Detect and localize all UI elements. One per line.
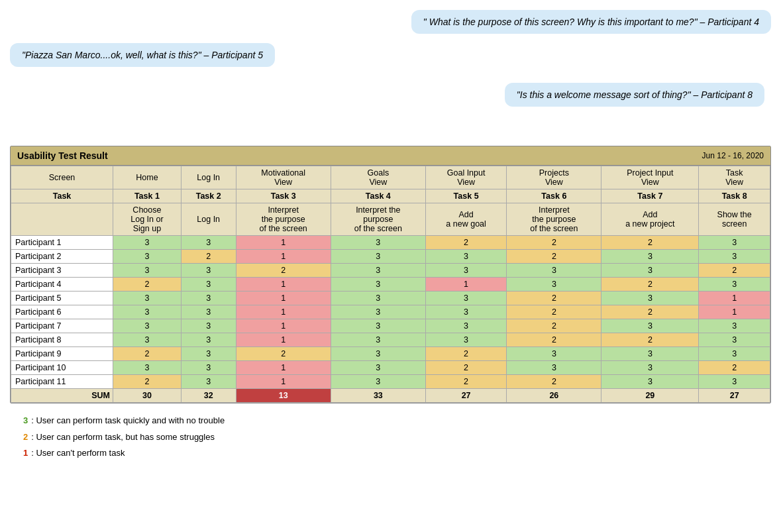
task-3: Task 3 xyxy=(236,189,331,203)
task-5: Task 5 xyxy=(425,189,506,203)
legend-text-2: : User can perform task, but has some st… xyxy=(31,429,215,446)
cell-value: 3 xyxy=(425,264,506,278)
sum-taskview: 27 xyxy=(699,389,770,403)
cell-value: 3 xyxy=(601,347,699,361)
cell-value: 2 xyxy=(507,375,601,389)
cell-value: 3 xyxy=(331,236,425,250)
cell-value: 3 xyxy=(699,375,770,389)
legend-num-3: 3 xyxy=(23,413,28,429)
cell-value: 1 xyxy=(236,305,331,319)
cell-value: 1 xyxy=(699,292,770,305)
cell-value: 1 xyxy=(236,319,331,333)
cell-value: 2 xyxy=(507,236,601,250)
cell-value: 3 xyxy=(181,264,236,278)
cell-value: 3 xyxy=(601,250,699,264)
table-body: Participant 133132223Participant 2321332… xyxy=(11,236,770,389)
cell-value: 3 xyxy=(331,319,425,333)
participant-name: Participant 9 xyxy=(11,347,113,361)
cell-value: 3 xyxy=(181,333,236,347)
cell-value: 3 xyxy=(113,236,182,250)
desc-motiv: Interpretthe purposeof the screen xyxy=(236,203,331,236)
task-8: Task 8 xyxy=(699,189,770,203)
legend-item-3: 3 : User can perform task quickly and wi… xyxy=(23,413,771,429)
task-4: Task 4 xyxy=(331,189,425,203)
cell-value: 3 xyxy=(699,236,770,250)
table-row: Participant 733133233 xyxy=(11,319,770,333)
cell-value: 2 xyxy=(425,347,506,361)
sum-login: 32 xyxy=(181,389,236,403)
table-row: Participant 133132223 xyxy=(11,236,770,250)
participant-name: Participant 10 xyxy=(11,361,113,375)
cell-value: 2 xyxy=(507,305,601,319)
cell-value: 2 xyxy=(601,305,699,319)
cell-value: 3 xyxy=(601,292,699,305)
col-home: Home xyxy=(113,166,182,189)
cell-value: 3 xyxy=(425,292,506,305)
col-motivational: MotivationalView xyxy=(236,166,331,189)
cell-value: 2 xyxy=(507,250,601,264)
cell-value: 3 xyxy=(699,319,770,333)
cell-value: 3 xyxy=(181,236,236,250)
legend-text-1: : User can't perform task xyxy=(31,445,125,462)
desc-projinput: Adda new project xyxy=(601,203,699,236)
cell-value: 3 xyxy=(699,250,770,264)
usability-table-container: Usability Test Result Jun 12 - 16, 2020 … xyxy=(10,146,771,403)
sum-projects: 26 xyxy=(507,389,601,403)
col-taskview: TaskView xyxy=(699,166,770,189)
cell-value: 3 xyxy=(113,361,182,375)
cell-value: 1 xyxy=(236,333,331,347)
cell-value: 3 xyxy=(601,375,699,389)
cell-value: 3 xyxy=(331,305,425,319)
sum-home: 30 xyxy=(113,389,182,403)
table-date: Jun 12 - 16, 2020 xyxy=(702,151,764,160)
table-row: Participant 833133223 xyxy=(11,333,770,347)
cell-value: 2 xyxy=(601,236,699,250)
cell-value: 2 xyxy=(425,375,506,389)
cell-value: 2 xyxy=(601,333,699,347)
cell-value: 3 xyxy=(181,292,236,305)
cell-value: 3 xyxy=(507,264,601,278)
quotes-area: " What is the purpose of this screen? Wh… xyxy=(10,7,771,139)
desc-goalinput: Adda new goal xyxy=(425,203,506,236)
cell-value: 2 xyxy=(425,236,506,250)
cell-value: 2 xyxy=(507,319,601,333)
cell-value: 3 xyxy=(425,305,506,319)
table-row: Participant 923232333 xyxy=(11,347,770,361)
table-header-bar: Usability Test Result Jun 12 - 16, 2020 xyxy=(11,146,770,166)
cell-value: 3 xyxy=(113,319,182,333)
col-login: Log In xyxy=(181,166,236,189)
task-2: Task 2 xyxy=(181,189,236,203)
cell-value: 3 xyxy=(331,250,425,264)
quote-bubble-3: "Is this a welcome message sort of thing… xyxy=(505,83,764,107)
legend-text-3: : User can perform task quickly and with… xyxy=(31,413,225,429)
task-label: Task xyxy=(11,189,113,203)
cell-value: 3 xyxy=(699,333,770,347)
desc-login: Log In xyxy=(181,203,236,236)
participant-name: Participant 11 xyxy=(11,375,113,389)
results-table: Screen Home Log In MotivationalView Goal… xyxy=(11,166,770,403)
legend-num-2: 2 xyxy=(23,429,28,446)
legend-item-1: 1 : User can't perform task xyxy=(23,445,771,462)
cell-value: 3 xyxy=(331,375,425,389)
col-screen: Screen xyxy=(11,166,113,189)
col-goals: GoalsView xyxy=(331,166,425,189)
participant-name: Participant 4 xyxy=(11,278,113,292)
quote-bubble-2: "Piazza San Marco....ok, well, what is t… xyxy=(10,43,275,67)
cell-value: 2 xyxy=(236,264,331,278)
table-row: Participant 333233332 xyxy=(11,264,770,278)
header-row-desc: ChooseLog In orSign up Log In Interprett… xyxy=(11,203,770,236)
quote-bubble-1: " What is the purpose of this screen? Wh… xyxy=(411,10,771,34)
cell-value: 1 xyxy=(236,250,331,264)
col-goalinput: Goal InputView xyxy=(425,166,506,189)
header-row-task: Task Task 1 Task 2 Task 3 Task 4 Task 5 … xyxy=(11,189,770,203)
header-row-1: Screen Home Log In MotivationalView Goal… xyxy=(11,166,770,189)
cell-value: 2 xyxy=(425,361,506,375)
desc-empty xyxy=(11,203,113,236)
cell-value: 2 xyxy=(507,333,601,347)
cell-value: 3 xyxy=(601,264,699,278)
cell-value: 3 xyxy=(331,278,425,292)
cell-value: 2 xyxy=(113,347,182,361)
cell-value: 3 xyxy=(181,278,236,292)
legend-num-1: 1 xyxy=(23,445,28,462)
cell-value: 3 xyxy=(181,347,236,361)
